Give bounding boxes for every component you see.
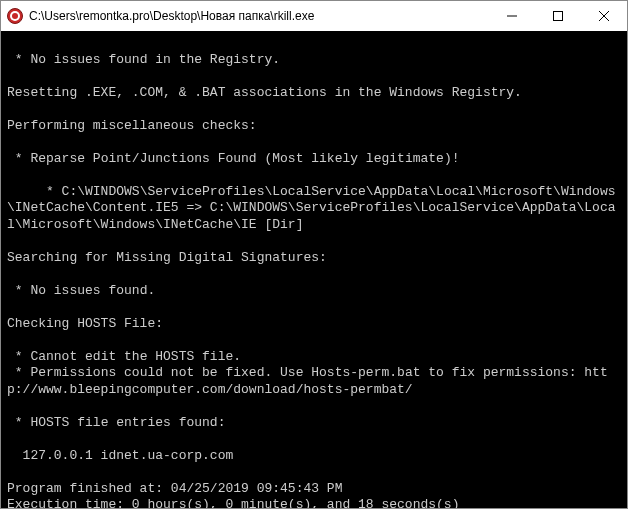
app-window: C:\Users\remontka.pro\Desktop\Новая папк… xyxy=(0,0,628,509)
titlebar[interactable]: C:\Users\remontka.pro\Desktop\Новая папк… xyxy=(1,1,627,31)
minimize-button[interactable] xyxy=(489,1,535,31)
svg-point-2 xyxy=(12,13,18,19)
window-title: C:\Users\remontka.pro\Desktop\Новая папк… xyxy=(29,9,489,23)
svg-rect-4 xyxy=(554,12,563,21)
maximize-button[interactable] xyxy=(535,1,581,31)
close-button[interactable] xyxy=(581,1,627,31)
app-icon xyxy=(7,8,23,24)
window-controls xyxy=(489,1,627,31)
console-output[interactable]: * No issues found in the Registry. Reset… xyxy=(1,31,627,508)
